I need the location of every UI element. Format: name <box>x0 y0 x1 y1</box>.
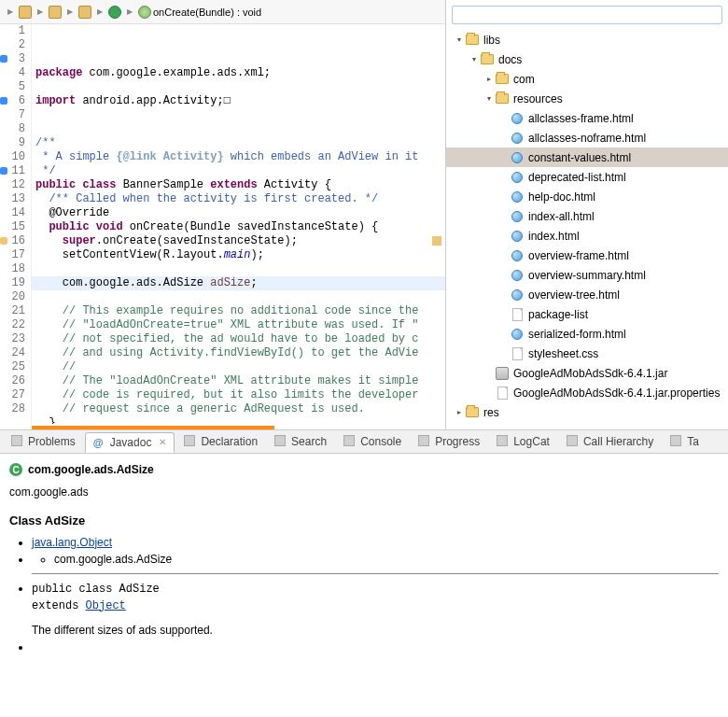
code-line[interactable]: // The "loadAdOnCreate" XML attribute ma… <box>32 374 445 388</box>
tree-twisty-icon[interactable]: ▸ <box>483 75 495 83</box>
breadcrumb-method[interactable]: onCreate(Bundle) : void <box>153 7 261 18</box>
tree-item[interactable]: ▾docs <box>446 49 728 69</box>
tab-call-hierarchy[interactable]: Call Hierarchy <box>559 432 661 451</box>
code-area[interactable]: 1234567891011121314151617181920212223242… <box>0 24 445 424</box>
code-line[interactable]: @Override <box>32 206 445 220</box>
code-line[interactable]: // not specified, the ad would have to b… <box>32 332 445 346</box>
tree-item[interactable]: allclasses-noframe.html <box>446 128 728 148</box>
code-line[interactable]: super.onCreate(savedInstanceState); <box>32 234 445 248</box>
tree-item-label: overview-summary.html <box>528 269 646 282</box>
file-tree[interactable]: ▾libs▾docs▸com▾resourcesallclasses-frame… <box>446 30 728 422</box>
code-line[interactable]: import android.app.Activity;□ <box>32 94 445 108</box>
tree-item-label: overview-tree.html <box>528 288 620 302</box>
javadoc-package: com.google.ads <box>9 484 719 500</box>
tree-twisty-icon[interactable]: ▾ <box>469 55 480 63</box>
code-line[interactable] <box>32 262 445 276</box>
tab-problems[interactable]: Problems <box>4 432 83 451</box>
tree-item[interactable]: ▸res <box>446 402 728 422</box>
line-gutter[interactable]: 1234567891011121314151617181920212223242… <box>0 24 32 424</box>
tree-item[interactable]: allclasses-frame.html <box>446 108 728 128</box>
tab-console[interactable]: Console <box>336 432 409 451</box>
extends-link[interactable]: Object <box>86 599 126 612</box>
code-line[interactable]: * A simple {@link Activity} which embeds… <box>32 150 445 164</box>
code-line[interactable]: // and using Activity.findViewById() to … <box>32 346 445 360</box>
code-line[interactable]: // This example requires no additional c… <box>32 304 445 318</box>
problems-icon <box>11 435 24 448</box>
tab-ta[interactable]: Ta <box>663 432 707 451</box>
decl-icon <box>184 435 197 448</box>
search-input[interactable] <box>452 6 722 24</box>
tree-item[interactable]: index.html <box>446 226 728 246</box>
horizontal-scrollbar[interactable] <box>32 426 274 429</box>
tasks-icon <box>670 435 683 448</box>
hierarchy-link[interactable]: java.lang.Object <box>32 536 112 549</box>
tree-twisty-icon[interactable]: ▾ <box>483 94 495 103</box>
code-line[interactable]: public class BannerSample extends Activi… <box>32 178 445 192</box>
close-icon[interactable]: ✕ <box>159 437 166 447</box>
tree-item[interactable]: overview-frame.html <box>446 246 728 265</box>
code-line[interactable] <box>32 290 445 304</box>
package-icon <box>49 6 62 19</box>
tree-item[interactable]: index-all.html <box>446 206 728 226</box>
tree-item[interactable]: ▸com <box>446 69 728 89</box>
tab-logcat[interactable]: LogCat <box>489 432 557 451</box>
code-line[interactable]: package com.google.example.ads.xml; <box>32 66 445 80</box>
project-explorer: ▾libs▾docs▸com▾resourcesallclasses-frame… <box>446 0 728 429</box>
code-line[interactable]: public void onCreate(Bundle savedInstanc… <box>32 220 445 234</box>
file-icon <box>510 307 525 322</box>
breadcrumb[interactable]: ▶ ▶ ▶ ▶ ▶ onCreate(Bundle) : void <box>0 0 445 24</box>
tab-label: Console <box>360 435 401 448</box>
tree-item[interactable]: overview-summary.html <box>446 265 728 285</box>
code-line[interactable]: // "loadAdOnCreate=true" XML attribute w… <box>32 318 445 332</box>
tab-search[interactable]: Search <box>267 432 334 451</box>
code-line[interactable]: } <box>32 416 445 424</box>
folder-icon <box>465 33 480 48</box>
tree-item[interactable]: serialized-form.html <box>446 324 728 344</box>
globe-icon <box>510 111 525 126</box>
tree-item-label: index.html <box>528 230 580 243</box>
code-line[interactable] <box>32 108 445 122</box>
tree-item[interactable]: overview-tree.html <box>446 285 728 304</box>
tree-item[interactable]: deprecated-list.html <box>446 167 728 187</box>
tab-progress[interactable]: Progress <box>411 432 487 451</box>
tree-item[interactable]: ▾resources <box>446 89 728 108</box>
code-line[interactable] <box>32 80 445 94</box>
code-line[interactable]: */ <box>32 164 445 178</box>
code-line[interactable] <box>32 122 445 136</box>
code-line[interactable]: // request since a generic AdRequest is … <box>32 402 445 416</box>
file-icon <box>495 386 510 401</box>
globe-icon <box>510 288 525 302</box>
tree-item[interactable]: GoogleAdMobAdsSdk-6.4.1.jar.properties <box>446 383 728 402</box>
tree-item-label: GoogleAdMobAdsSdk-6.4.1.jar <box>513 367 667 380</box>
code-line[interactable]: /** Called when the activity is first cr… <box>32 192 445 206</box>
javadoc-view: C com.google.ads.AdSize com.google.ads C… <box>0 454 728 663</box>
code-line[interactable]: // code is required, but it also limits … <box>32 388 445 402</box>
folder-icon <box>495 72 510 87</box>
tree-twisty-icon[interactable]: ▾ <box>454 35 465 44</box>
tab-declaration[interactable]: Declaration <box>176 432 265 451</box>
tree-item[interactable]: GoogleAdMobAdsSdk-6.4.1.jar <box>446 363 728 383</box>
tree-twisty-icon[interactable]: ▸ <box>454 408 465 416</box>
tree-item[interactable]: constant-values.html <box>446 148 728 167</box>
tree-item[interactable]: help-doc.html <box>446 187 728 206</box>
callh-icon <box>567 435 580 448</box>
tree-item-label: allclasses-noframe.html <box>528 132 646 145</box>
tree-item-label: deprecated-list.html <box>528 171 626 184</box>
globe-icon <box>510 131 525 146</box>
code-editor-pane: ▶ ▶ ▶ ▶ ▶ onCreate(Bundle) : void 123456… <box>0 0 446 429</box>
code-line[interactable]: com.google.ads.AdSize adSize; <box>32 276 445 290</box>
tree-item[interactable]: stylesheet.css <box>446 344 728 363</box>
tree-item[interactable]: package-list <box>446 304 728 324</box>
chevron-right-icon: ▶ <box>123 7 136 16</box>
code-line[interactable]: setContentView(R.layout.main); <box>32 248 445 262</box>
tab-label: Declaration <box>201 435 258 448</box>
tab-javadoc[interactable]: @Javadoc✕ <box>85 432 175 453</box>
tree-item[interactable]: ▾libs <box>446 30 728 49</box>
code-line[interactable]: /** <box>32 136 445 150</box>
code-content[interactable]: package com.google.example.ads.xml;impor… <box>32 24 445 424</box>
bottom-tabs[interactable]: Problems@Javadoc✕DeclarationSearchConsol… <box>0 429 728 454</box>
search-field-wrap <box>452 6 722 24</box>
code-line[interactable]: // <box>32 360 445 374</box>
tree-item-label: GoogleAdMobAdsSdk-6.4.1.jar.properties <box>513 387 720 400</box>
warning-marker-icon[interactable] <box>432 236 441 246</box>
